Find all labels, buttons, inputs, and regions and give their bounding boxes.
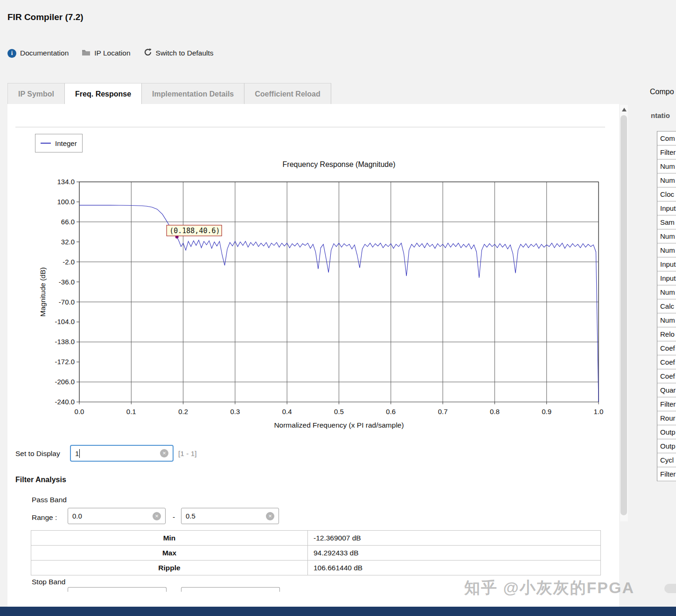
fir-compiler-window: FIR Compiler (7.2) i Documentation IP Lo… [0, 0, 676, 616]
stop-band-label: Stop Band [32, 578, 65, 586]
analysis-result-name: Max [31, 546, 308, 561]
analysis-result-name: Min [31, 531, 308, 546]
svg-text:0.9: 0.9 [542, 408, 551, 415]
switch-to-defaults-label: Switch to Defaults [156, 49, 214, 57]
analysis-result-value: 94.292433 dB [308, 546, 601, 561]
text-caret [79, 449, 80, 458]
documentation-link[interactable]: i Documentation [7, 49, 69, 58]
config-table-row: Filter [657, 145, 676, 159]
svg-text:0.7: 0.7 [438, 408, 448, 415]
svg-text:0.6: 0.6 [386, 408, 396, 415]
scrollbar-up-arrow-icon[interactable] [622, 108, 627, 111]
info-icon: i [7, 49, 16, 58]
set-to-display-value: 1 [75, 450, 79, 457]
switch-to-defaults-link[interactable]: Switch to Defaults [144, 48, 214, 58]
svg-text:-36.0: -36.0 [59, 278, 75, 286]
stop-band-from-input[interactable] [68, 587, 167, 592]
config-table-row: Input [657, 271, 676, 285]
svg-text:-138.0: -138.0 [55, 338, 75, 346]
config-table-row: Input [657, 257, 676, 271]
tab-implementation-details[interactable]: Implementation Details [142, 83, 244, 104]
config-table-row: Coef [657, 355, 676, 369]
range-label: Range : [32, 513, 57, 522]
svg-text:-104.0: -104.0 [55, 318, 75, 325]
range-separator: - [173, 513, 175, 521]
analysis-result-row: Min-12.369007 dB [31, 531, 601, 546]
pass-band-from-input[interactable]: 0.0 × [68, 508, 166, 524]
documentation-label: Documentation [20, 49, 69, 57]
component-config-table: ComFilterNumNumClocInputSamNumNumInputIn… [657, 131, 676, 481]
y-axis-label: Magnitude (dB) [39, 267, 47, 317]
svg-text:0.1: 0.1 [126, 408, 136, 415]
panel-divider [15, 127, 605, 127]
pass-band-to-input[interactable]: 0.5 × [181, 508, 279, 524]
analysis-result-value: -12.369007 dB [308, 531, 601, 546]
config-table-row: Num [657, 313, 676, 327]
config-table-row: Coef [657, 341, 676, 355]
config-table-row: Relo [657, 327, 676, 341]
svg-text:-172.0: -172.0 [55, 358, 75, 366]
svg-text:32.0: 32.0 [61, 238, 75, 246]
config-table-row: Cloc [657, 187, 676, 201]
svg-text:0.4: 0.4 [282, 408, 292, 415]
svg-text:-2.0: -2.0 [63, 258, 75, 266]
right-panel-header: Compo [650, 88, 674, 96]
chart-legend: Integer [35, 134, 83, 152]
svg-text:1.0: 1.0 [594, 408, 604, 415]
config-table-row: Calc [657, 299, 676, 313]
scrollbar-thumb[interactable] [620, 115, 627, 515]
frequency-response-chart[interactable]: 0.00.10.20.30.40.50.60.70.80.91.0134.010… [49, 174, 612, 423]
tab-coefficient-reload[interactable]: Coefficient Reload [244, 83, 331, 104]
config-table-row: Filter [657, 467, 676, 481]
config-table-row: Com [657, 132, 676, 145]
config-table-row: Coef [657, 369, 676, 383]
config-table-row: Num [657, 229, 676, 243]
watermark: 知乎 @小灰灰的FPGA [464, 577, 634, 599]
analysis-result-row: Max94.292433 dB [31, 546, 601, 561]
pass-band-label: Pass Band [32, 496, 67, 504]
refresh-icon [144, 48, 152, 58]
config-table-row: Num [657, 285, 676, 299]
watermark-pill [664, 584, 676, 593]
legend-line-swatch [41, 143, 51, 144]
svg-text:-70.0: -70.0 [59, 298, 75, 306]
config-table-row: Quar [657, 383, 676, 397]
tab-ip-symbol[interactable]: IP Symbol [7, 83, 65, 104]
config-table-row: Filter [657, 397, 676, 411]
tab-bar: IP SymbolFreq. ResponseImplementation De… [7, 83, 331, 104]
set-to-display-input[interactable]: 1 × [70, 445, 174, 462]
toolbar: i Documentation IP Location Switch to De… [7, 48, 214, 58]
right-panel-subheader: ntatio [651, 111, 670, 119]
svg-text:-206.0: -206.0 [55, 378, 75, 386]
ip-location-link[interactable]: IP Location [82, 49, 130, 58]
ip-location-label: IP Location [94, 49, 130, 57]
stop-band-to-input[interactable] [181, 587, 280, 592]
filter-analysis-heading: Filter Analysis [15, 476, 66, 484]
set-to-display-label: Set to Display [15, 450, 60, 458]
tab-freq-response[interactable]: Freq. Response [65, 83, 142, 104]
analysis-result-name: Ripple [31, 561, 308, 575]
clear-icon[interactable]: × [160, 449, 168, 457]
svg-text:0.5: 0.5 [334, 408, 344, 415]
svg-text:0.3: 0.3 [230, 408, 240, 415]
chart-title: Frequency Response (Magnitude) [79, 160, 599, 169]
pass-band-results-table: Min-12.369007 dBMax94.292433 dBRipple106… [31, 530, 601, 575]
bottom-bar [0, 607, 676, 616]
config-table-row: Num [657, 159, 676, 173]
svg-text:134.0: 134.0 [57, 178, 75, 186]
config-table-row: Cycl [657, 453, 676, 467]
svg-text:-240.0: -240.0 [55, 398, 75, 406]
config-table-row: Input [657, 201, 676, 215]
freq-response-panel: Integer Frequency Response (Magnitude) M… [7, 104, 619, 607]
analysis-result-value: 106.661440 dB [308, 561, 601, 575]
svg-text:100.0: 100.0 [57, 198, 75, 206]
config-table-row: Num [657, 243, 676, 257]
config-table-row: Outp [657, 425, 676, 439]
svg-text:(0.188,40.6): (0.188,40.6) [169, 227, 220, 235]
pass-band-from-value: 0.0 [72, 512, 82, 520]
svg-text:0.0: 0.0 [75, 408, 84, 415]
clear-icon[interactable]: × [153, 512, 161, 520]
config-table-row: Sam [657, 215, 676, 229]
svg-text:66.0: 66.0 [61, 218, 75, 226]
clear-icon[interactable]: × [266, 512, 274, 520]
